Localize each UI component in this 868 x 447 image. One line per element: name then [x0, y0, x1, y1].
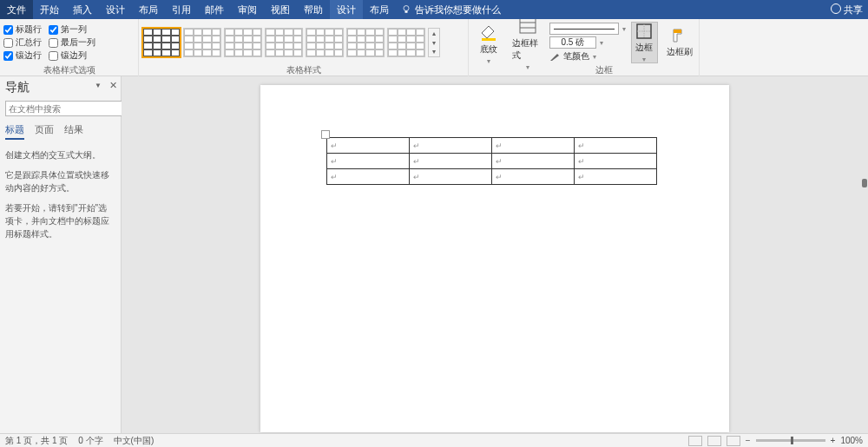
border-line-controls: ▾ 0.5 磅▾ 笔颜色: [549, 23, 626, 62]
ribbon: 标题行 第一列 汇总行 最后一列 镶边行 镶边列 表格样式选项 ▴▾▾ 表格: [0, 19, 868, 76]
nav-close-button[interactable]: ✕: [109, 80, 117, 91]
share-button[interactable]: 共享: [831, 0, 863, 19]
svg-rect-2: [482, 38, 496, 41]
gallery-more-button[interactable]: ▴▾▾: [428, 28, 440, 57]
chk-total-row[interactable]: 汇总行: [3, 36, 42, 49]
group-borders: 边框样式 ▾ 0.5 磅▾ 笔颜色 边框 边框刷 边框: [509, 19, 700, 76]
tab-design[interactable]: 设计: [99, 0, 132, 19]
nav-search-input[interactable]: [5, 101, 122, 116]
svg-rect-1: [405, 11, 408, 13]
borders-icon: [635, 23, 653, 40]
shading-button[interactable]: 底纹: [472, 22, 505, 63]
document-page: ↵↵↵↵ ↵↵↵↵ ↵↵↵↵: [260, 85, 729, 432]
nav-tabs: 标题 页面 结果: [5, 123, 115, 140]
nav-tab-pages[interactable]: 页面: [35, 123, 54, 140]
tab-help[interactable]: 帮助: [297, 0, 330, 19]
tell-me-label: 告诉我你想要做什么: [415, 3, 501, 16]
nav-help-text: 创建文档的交互式大纲。 它是跟踪具体位置或快速移动内容的好方式。 若要开始，请转…: [5, 148, 115, 240]
tab-layout[interactable]: 布局: [132, 0, 165, 19]
zoom-level[interactable]: 100%: [840, 436, 863, 445]
table-style-thumb[interactable]: [142, 28, 181, 57]
nav-tab-headings[interactable]: 标题: [5, 123, 24, 140]
table-row: ↵↵↵↵: [327, 154, 657, 169]
chk-header-row[interactable]: 标题行: [3, 23, 42, 36]
tab-review[interactable]: 审阅: [231, 0, 264, 19]
tab-view[interactable]: 视图: [264, 0, 297, 19]
svg-rect-9: [674, 30, 681, 33]
zoom-in-button[interactable]: +: [831, 436, 836, 445]
nav-search: 🔍▾: [5, 101, 115, 116]
table-move-handle[interactable]: [321, 130, 330, 139]
navigation-pane: ▼ ✕ 导航 🔍▾ 标题 页面 结果 创建文档的交互式大纲。 它是跟踪具体位置或…: [0, 76, 122, 433]
table-row: ↵↵↵↵: [327, 138, 657, 154]
tab-insert[interactable]: 插入: [66, 0, 99, 19]
pen-color-button[interactable]: 笔颜色: [549, 50, 626, 62]
document-table[interactable]: ↵↵↵↵ ↵↵↵↵ ↵↵↵↵: [326, 137, 657, 185]
border-line-style[interactable]: [549, 23, 619, 35]
tab-table-layout[interactable]: 布局: [363, 0, 396, 19]
tab-mailings[interactable]: 邮件: [198, 0, 231, 19]
zoom-out-button[interactable]: −: [746, 436, 751, 445]
border-styles-button[interactable]: 边框样式: [512, 22, 544, 63]
border-painter-button[interactable]: 边框刷: [663, 22, 695, 63]
group-label-tso: 表格样式选项: [3, 64, 135, 76]
view-read-mode[interactable]: [688, 436, 702, 446]
border-painter-icon: [671, 27, 688, 44]
status-language[interactable]: 中文(中国): [114, 435, 155, 447]
view-print-layout[interactable]: [707, 436, 721, 446]
group-table-style-options: 标题行 第一列 汇总行 最后一列 镶边行 镶边列 表格样式选项: [0, 19, 139, 76]
zoom-slider[interactable]: [756, 439, 825, 442]
nav-tab-results[interactable]: 结果: [64, 123, 83, 140]
status-page[interactable]: 第 1 页，共 1 页: [5, 435, 68, 447]
table-style-thumb[interactable]: [224, 28, 262, 57]
group-table-styles: ▴▾▾ 表格样式: [139, 19, 469, 76]
paint-bucket-icon: [478, 21, 499, 42]
svg-rect-3: [520, 17, 536, 33]
pen-icon: [549, 51, 560, 62]
borders-dropdown[interactable]: 边框: [631, 22, 658, 63]
status-word-count[interactable]: 0 个字: [78, 435, 102, 447]
chk-first-col[interactable]: 第一列: [49, 23, 95, 36]
chk-last-col[interactable]: 最后一列: [49, 36, 95, 49]
svg-point-0: [404, 6, 409, 11]
table-style-thumb[interactable]: [183, 28, 221, 57]
tell-me-search[interactable]: 告诉我你想要做什么: [401, 3, 501, 16]
border-weight[interactable]: 0.5 磅: [549, 36, 596, 49]
table-style-thumb[interactable]: [306, 28, 344, 57]
group-label-borders: 边框: [512, 64, 695, 76]
nav-options-dropdown[interactable]: ▼: [95, 82, 102, 89]
table-style-thumb[interactable]: [346, 28, 385, 57]
group-label-styles: 表格样式: [142, 64, 464, 76]
tab-table-design[interactable]: 设计: [330, 0, 363, 19]
tab-strip: 文件 开始 插入 设计 布局 引用 邮件 审阅 视图 帮助 设计 布局 告诉我你…: [0, 0, 868, 19]
lightbulb-icon: [401, 4, 411, 15]
table-row: ↵↵↵↵: [327, 169, 657, 185]
group-shading: 底纹: [469, 19, 509, 76]
tab-file[interactable]: 文件: [0, 0, 33, 19]
workspace: ▼ ✕ 导航 🔍▾ 标题 页面 结果 创建文档的交互式大纲。 它是跟踪具体位置或…: [0, 76, 868, 433]
table-style-thumb[interactable]: [387, 28, 425, 57]
tab-home[interactable]: 开始: [33, 0, 66, 19]
chk-banded-row[interactable]: 镶边行: [3, 49, 42, 62]
vertical-scrollbar-thumb[interactable]: [862, 179, 867, 187]
status-bar: 第 1 页，共 1 页 0 个字 中文(中国) − + 100%: [0, 433, 868, 447]
chk-banded-col[interactable]: 镶边列: [49, 49, 95, 62]
tab-references[interactable]: 引用: [165, 0, 198, 19]
view-web-layout[interactable]: [727, 436, 740, 446]
document-area[interactable]: ↵↵↵↵ ↵↵↵↵ ↵↵↵↵: [122, 76, 868, 433]
table-style-thumb[interactable]: [265, 28, 303, 57]
